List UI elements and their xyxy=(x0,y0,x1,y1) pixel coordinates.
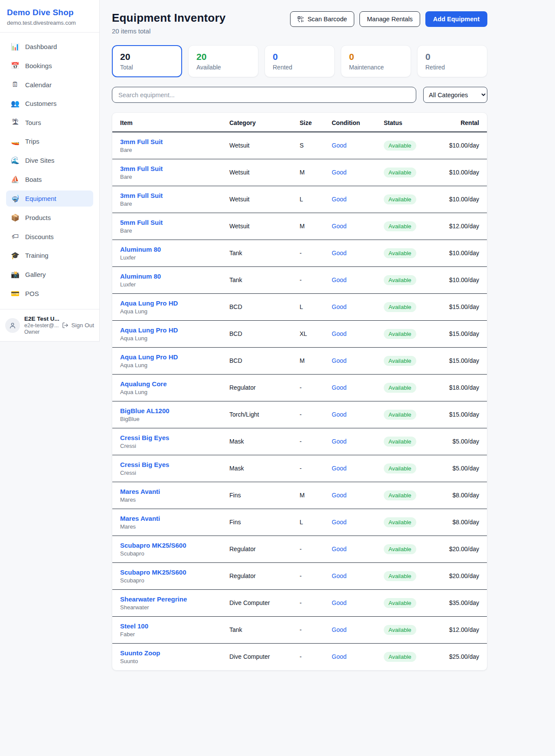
sidebar-item-gallery[interactable]: 📸 Gallery xyxy=(6,266,93,283)
status-badge: Available xyxy=(384,625,416,635)
item-name-link[interactable]: 5mm Full Suit xyxy=(120,219,214,226)
category-cell: Tank xyxy=(222,266,292,293)
status-badge: Available xyxy=(384,383,416,393)
status-cell: Available xyxy=(376,186,431,213)
sidebar-item-tours[interactable]: 🏝 Tours xyxy=(6,115,93,130)
item-name-link[interactable]: 3mm Full Suit xyxy=(120,192,214,199)
rental-cell: $10.00/day xyxy=(431,240,487,266)
sidebar-item-equipment[interactable]: 🤿 Equipment xyxy=(6,191,93,207)
customers-icon: 👥 xyxy=(10,99,20,108)
condition-link[interactable]: Good xyxy=(332,276,346,283)
item-name-link[interactable]: Mares Avanti xyxy=(120,488,214,495)
category-cell: Regulator xyxy=(222,536,292,562)
category-select[interactable]: All Categories xyxy=(423,87,487,103)
sidebar-item-label: Tours xyxy=(25,119,41,126)
status-badge: Available xyxy=(384,544,416,554)
condition-link[interactable]: Good xyxy=(332,653,346,660)
sidebar-item-training[interactable]: 🎓 Training xyxy=(6,247,93,263)
sidebar-item-boats[interactable]: ⛵ Boats xyxy=(6,171,93,187)
item-name-link[interactable]: Cressi Big Eyes xyxy=(120,461,214,468)
status-cell: Available xyxy=(376,213,431,240)
item-name-link[interactable]: Scubapro MK25/S600 xyxy=(120,569,214,576)
sidebar-item-label: Equipment xyxy=(25,195,56,202)
condition-link[interactable]: Good xyxy=(332,196,346,203)
condition-link[interactable]: Good xyxy=(332,357,346,364)
sidebar-item-dashboard[interactable]: 📊 Dashboard xyxy=(6,39,93,55)
item-cell: 3mm Full Suit Bare xyxy=(112,159,222,186)
condition-link[interactable]: Good xyxy=(332,411,346,418)
stat-card-rented[interactable]: 0 Rented xyxy=(264,45,335,77)
item-name-link[interactable]: Steel 100 xyxy=(120,622,214,630)
stat-card-maintenance[interactable]: 0 Maintenance xyxy=(341,45,411,77)
condition-link[interactable]: Good xyxy=(332,438,346,445)
sidebar-item-trips[interactable]: 🚤 Trips xyxy=(6,133,93,149)
item-name-link[interactable]: Cressi Big Eyes xyxy=(120,434,214,441)
condition-link[interactable]: Good xyxy=(332,599,346,606)
item-cell: Aluminum 80 Luxfer xyxy=(112,240,222,266)
status-cell: Available xyxy=(376,482,431,509)
item-name-link[interactable]: Mares Avanti xyxy=(120,515,214,522)
sidebar-item-label: Boats xyxy=(25,176,42,183)
sidebar-item-discounts[interactable]: 🏷 Discounts xyxy=(6,229,93,244)
stat-card-available[interactable]: 20 Available xyxy=(188,45,258,77)
condition-link[interactable]: Good xyxy=(332,626,346,633)
search-input[interactable] xyxy=(112,87,416,103)
sidebar-item-dive-sites[interactable]: 🌊 Dive Sites xyxy=(6,152,93,168)
item-name-link[interactable]: 3mm Full Suit xyxy=(120,165,214,172)
condition-link[interactable]: Good xyxy=(332,223,346,230)
item-brand: Luxfer xyxy=(120,281,214,288)
condition-link[interactable]: Good xyxy=(332,492,346,499)
add-equipment-button[interactable]: Add Equipment xyxy=(425,11,487,27)
condition-link[interactable]: Good xyxy=(332,384,346,391)
item-name-link[interactable]: Scubapro MK25/S600 xyxy=(120,542,214,549)
item-name-link[interactable]: Aqua Lung Pro HD xyxy=(120,353,214,361)
status-cell: Available xyxy=(376,159,431,186)
category-cell: Mask xyxy=(222,455,292,482)
sidebar-item-customers[interactable]: 👥 Customers xyxy=(6,95,93,112)
dashboard-icon: 📊 xyxy=(10,43,20,51)
column-header-rental: Rental xyxy=(431,113,487,132)
item-name-link[interactable]: Aqua Lung Pro HD xyxy=(120,299,214,307)
item-name-link[interactable]: Suunto Zoop xyxy=(120,649,214,657)
condition-link[interactable]: Good xyxy=(332,250,346,256)
condition-link[interactable]: Good xyxy=(332,142,346,149)
rental-cell: $18.00/day xyxy=(431,374,487,401)
sidebar-item-products[interactable]: 📦 Products xyxy=(6,210,93,226)
stat-card-retired[interactable]: 0 Retired xyxy=(417,45,487,77)
stat-label: Rented xyxy=(273,64,326,71)
sign-out-button[interactable]: Sign Out xyxy=(62,322,94,329)
item-name-link[interactable]: Aluminum 80 xyxy=(120,273,214,280)
sidebar-item-label: Discounts xyxy=(25,233,54,240)
condition-link[interactable]: Good xyxy=(332,519,346,526)
status-badge: Available xyxy=(384,356,416,366)
rental-cell: $10.00/day xyxy=(431,132,487,159)
table-row: Aluminum 80 Luxfer Tank - Good Available… xyxy=(112,240,487,266)
stat-label: Maintenance xyxy=(349,64,403,71)
sidebar-item-pos[interactable]: 💳 POS xyxy=(6,286,93,302)
item-name-link[interactable]: Aqua Lung Pro HD xyxy=(120,326,214,334)
item-name-link[interactable]: 3mm Full Suit xyxy=(120,138,214,145)
manage-rentals-button[interactable]: Manage Rentals xyxy=(359,11,420,27)
condition-link[interactable]: Good xyxy=(332,546,346,552)
table-row: Mares Avanti Mares Fins M Good Available… xyxy=(112,482,487,509)
condition-link[interactable]: Good xyxy=(332,572,346,579)
rental-cell: $12.00/day xyxy=(431,213,487,240)
condition-link[interactable]: Good xyxy=(332,465,346,472)
condition-link[interactable]: Good xyxy=(332,330,346,337)
item-name-link[interactable]: Aluminum 80 xyxy=(120,246,214,253)
condition-link[interactable]: Good xyxy=(332,303,346,310)
scan-barcode-button[interactable]: Scan Barcode xyxy=(290,11,354,27)
page-header: Equipment Inventory 20 items total Scan … xyxy=(112,11,487,35)
user-email: e2e-tester@... xyxy=(24,322,58,329)
status-cell: Available xyxy=(376,132,431,159)
sidebar-item-calendar[interactable]: 🗓 Calendar xyxy=(6,77,93,92)
category-cell: Dive Computer xyxy=(222,643,292,670)
condition-link[interactable]: Good xyxy=(332,169,346,176)
item-name-link[interactable]: Aqualung Core xyxy=(120,380,214,388)
sidebar: Demo Dive Shop demo.test.divestreams.com… xyxy=(0,0,100,342)
item-name-link[interactable]: Shearwater Peregrine xyxy=(120,595,214,603)
sidebar-item-bookings[interactable]: 📅 Bookings xyxy=(6,58,93,74)
column-header-category: Category xyxy=(222,113,292,132)
item-name-link[interactable]: BigBlue AL1200 xyxy=(120,407,214,414)
stat-card-total[interactable]: 20 Total xyxy=(112,45,182,77)
